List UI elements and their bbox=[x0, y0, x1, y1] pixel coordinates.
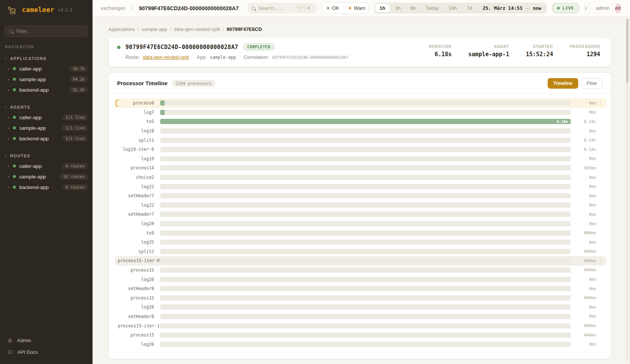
duration-track[interactable] bbox=[160, 221, 571, 226]
timeline-view-button[interactable]: Timeline bbox=[548, 78, 578, 89]
duration-track[interactable] bbox=[160, 332, 571, 338]
duration-track[interactable] bbox=[160, 156, 571, 161]
sidebar-item-application[interactable]: ▸ sample-app 84.1k bbox=[0, 74, 93, 84]
time-range-button[interactable]: 7d bbox=[462, 4, 476, 12]
duration-track[interactable] bbox=[160, 147, 571, 152]
duration-track[interactable] bbox=[160, 175, 571, 180]
route-link[interactable]: data-gen-nested-split bbox=[143, 54, 189, 60]
sidebar-item-badge: 32.2k bbox=[69, 87, 88, 93]
breadcrumb-link[interactable]: sample-app bbox=[142, 26, 167, 32]
duration-track[interactable] bbox=[160, 323, 571, 329]
time-range-button[interactable]: Today bbox=[421, 4, 443, 12]
section-header-applications[interactable]: ▾ APPLICATIONS bbox=[0, 54, 93, 63]
time-display[interactable]: 25. März 14:53 — now bbox=[477, 5, 546, 11]
processor-row[interactable]: split1 6.18s ⋮ bbox=[115, 135, 606, 145]
duration-track[interactable]: 6.18s bbox=[160, 119, 571, 124]
sidebar-item-agent[interactable]: ▸ caller-app 1/1 live bbox=[0, 112, 93, 123]
breadcrumb-link[interactable]: 90799F47E6CD bbox=[227, 26, 262, 32]
section-label: ROUTES bbox=[10, 154, 31, 158]
duration-track[interactable] bbox=[160, 138, 571, 143]
section-header-agents[interactable]: ▾ AGENTS bbox=[0, 102, 93, 112]
processor-row[interactable]: process14 383ms ⋮ bbox=[115, 163, 606, 173]
logo-row[interactable]: cameleer v3.2.1 bbox=[0, 0, 93, 20]
row-menu-icon[interactable]: ⋮ bbox=[596, 258, 605, 263]
theme-toggle-button[interactable]: ☾ bbox=[584, 3, 591, 14]
global-search[interactable]: Ctrl+K bbox=[248, 3, 317, 13]
sidebar-item-route[interactable]: ▸ caller-app 4 routes bbox=[0, 161, 93, 171]
processor-row[interactable]: log26 0ms ⋮ bbox=[115, 339, 606, 349]
sidebar-item-application[interactable]: ▸ caller-app 10.7k bbox=[0, 63, 93, 74]
processor-row[interactable]: process15-iter-0 960ms ⋮ bbox=[115, 256, 606, 266]
processor-row[interactable]: split2 960ms ⋮ bbox=[115, 247, 606, 256]
sidebar-item-route[interactable]: ▸ sample-app 16 routes bbox=[0, 171, 93, 182]
status-filter[interactable]: Warn bbox=[344, 3, 369, 14]
duration-track[interactable] bbox=[160, 286, 571, 291]
duration-track[interactable] bbox=[160, 277, 571, 282]
time-range-button[interactable]: 24h bbox=[444, 4, 462, 12]
processor-row[interactable]: log19 0ms ⋮ bbox=[115, 154, 606, 164]
duration-track[interactable] bbox=[160, 342, 571, 347]
processor-row[interactable]: log25 0ms ⋮ bbox=[115, 238, 606, 247]
sidebar-item-agent[interactable]: ▸ backend-app 1/1 live bbox=[0, 133, 93, 144]
sidebar-filter[interactable] bbox=[5, 25, 88, 37]
processor-row[interactable]: process15 440ms ⋮ bbox=[115, 330, 606, 340]
live-badge[interactable]: LIVE bbox=[552, 3, 579, 13]
processor-row[interactable]: log26 0ms ⋮ bbox=[115, 275, 606, 284]
processor-row[interactable]: process15 440ms ⋮ bbox=[115, 293, 606, 303]
duration-track[interactable] bbox=[160, 165, 571, 170]
row-menu-icon[interactable]: ⋮ bbox=[596, 100, 605, 106]
search-input[interactable] bbox=[258, 5, 292, 11]
processor-row[interactable]: log26 0ms ⋮ bbox=[115, 303, 606, 312]
time-range-button[interactable]: 1h bbox=[375, 4, 390, 12]
status-filter[interactable]: OK bbox=[322, 3, 344, 14]
processor-row[interactable]: log19-iter-0 6.18s ⋮ bbox=[115, 145, 606, 154]
duration-track[interactable] bbox=[160, 212, 571, 217]
duration-track[interactable] bbox=[160, 314, 571, 319]
duration-track[interactable] bbox=[160, 184, 571, 189]
processor-row[interactable]: setHeader7 0ms ⋮ bbox=[115, 210, 606, 219]
duration-track[interactable] bbox=[160, 295, 571, 301]
processor-row[interactable]: log20 0ms ⋮ bbox=[115, 219, 606, 229]
duration-track[interactable] bbox=[160, 249, 571, 254]
time-range-button[interactable]: 6h bbox=[406, 4, 420, 12]
duration-track[interactable] bbox=[160, 128, 571, 134]
processor-row[interactable]: log18 0ms ⋮ bbox=[115, 126, 606, 136]
status-dot-icon bbox=[13, 164, 16, 167]
sidebar-item-application[interactable]: ▸ backend-app 32.2k bbox=[0, 84, 93, 95]
duration-track[interactable] bbox=[160, 203, 571, 208]
processor-row[interactable]: process6 0ms ⋮ bbox=[115, 98, 606, 108]
breadcrumb-link[interactable]: Applications bbox=[108, 26, 135, 32]
processor-row[interactable]: process15-iter-1 440ms ⋮ bbox=[115, 321, 606, 330]
sidebar-item-admin[interactable]: ⚙ Admin bbox=[0, 335, 93, 346]
page-scrollbar[interactable] bbox=[626, 18, 629, 362]
breadcrumb-link[interactable]: data-gen-nested-split bbox=[174, 26, 220, 32]
sidebar-item-agent[interactable]: ▸ sample-app 1/1 live bbox=[0, 123, 93, 133]
flow-view-button[interactable]: Flow bbox=[581, 78, 602, 89]
processor-row[interactable]: log22 0ms ⋮ bbox=[115, 201, 606, 210]
processor-row[interactable]: process15 440ms ⋮ bbox=[115, 266, 606, 275]
avatar[interactable]: AD bbox=[615, 3, 621, 13]
topbar-breadcrumb-section[interactable]: exchanges bbox=[101, 5, 125, 11]
duration-track[interactable] bbox=[160, 110, 571, 115]
duration-track[interactable] bbox=[160, 258, 571, 263]
processor-row[interactable]: to9 960ms ⋮ bbox=[115, 228, 606, 238]
duration-track[interactable] bbox=[160, 304, 571, 310]
processor-row[interactable]: to5 6.18s 6.18s ⋮ bbox=[115, 117, 606, 126]
processor-row[interactable]: setHeader8 0ms ⋮ bbox=[115, 312, 606, 321]
duration-track[interactable] bbox=[160, 267, 571, 273]
processor-row[interactable]: setHeader8 0ms ⋮ bbox=[115, 284, 606, 293]
sidebar-item-route[interactable]: ▸ backend-app 6 routes bbox=[0, 182, 93, 192]
filter-input[interactable] bbox=[16, 28, 83, 34]
duration-track[interactable] bbox=[160, 100, 571, 106]
processor-row[interactable]: log22 0ms ⋮ bbox=[115, 182, 606, 191]
section-header-routes[interactable]: ▾ ROUTES bbox=[0, 151, 93, 161]
processor-row[interactable]: log7 0ms ⋮ bbox=[115, 108, 606, 117]
duration-track[interactable] bbox=[160, 193, 571, 198]
duration-track[interactable] bbox=[160, 230, 571, 236]
processor-row[interactable]: setHeader7 0ms ⋮ bbox=[115, 191, 606, 201]
sidebar-item-api-docs[interactable]: API Docs bbox=[0, 346, 93, 358]
time-range-button[interactable]: 3h bbox=[391, 4, 405, 12]
duration-track[interactable] bbox=[160, 240, 571, 245]
scrollbar-thumb[interactable] bbox=[626, 19, 628, 83]
processor-row[interactable]: choice2 0ms ⋮ bbox=[115, 173, 606, 182]
